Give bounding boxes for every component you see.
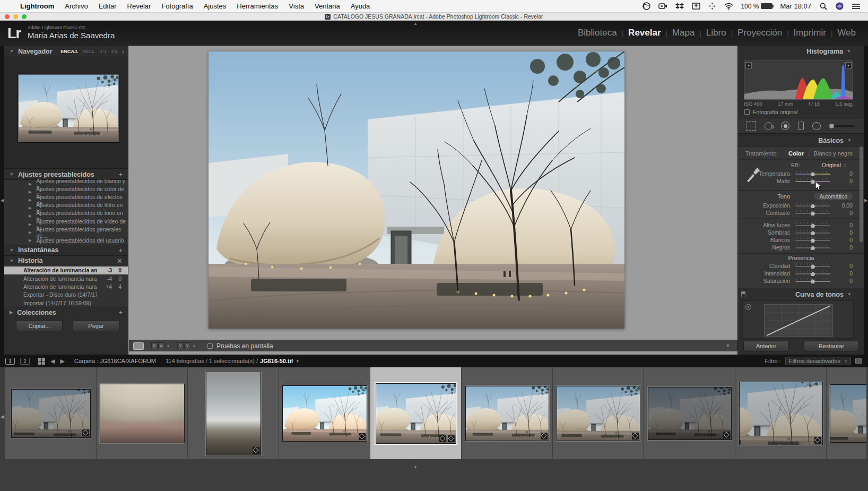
zoom-window-button[interactable]	[22, 14, 27, 19]
preset-item[interactable]: Ajustes preestablecidos del usuario	[4, 236, 128, 244]
history-item[interactable]: Importar (14/7/17 16:59:09)	[4, 299, 128, 307]
main-photo[interactable]	[209, 51, 624, 329]
disclosure-triangle-icon[interactable]	[29, 238, 31, 243]
menu-lightroom[interactable]: Lightroom	[15, 0, 59, 13]
zoom-fill-button[interactable]: RELL.	[83, 49, 96, 54]
disclosure-triangle-icon[interactable]	[29, 222, 31, 227]
history-item[interactable]: Exportar - Disco duro (14/7/17 17:05:15)	[4, 291, 128, 299]
thumbnail-selected[interactable]	[376, 383, 456, 444]
menu-vista[interactable]: Vista	[283, 0, 309, 13]
slider-track[interactable]	[795, 245, 830, 250]
blacks-slider[interactable]: Negros 0	[738, 244, 864, 251]
module-mapa[interactable]: Mapa	[667, 28, 700, 38]
before-after-left-button[interactable]: R	[151, 342, 158, 349]
slider-thumb[interactable]	[811, 272, 815, 276]
creative-cloud-icon[interactable]	[642, 2, 651, 10]
collapse-filmstrip-arrow[interactable]	[413, 465, 418, 470]
module-biblioteca[interactable]: Biblioteca	[573, 28, 622, 38]
tone-curve[interactable]	[764, 304, 833, 337]
disclosure-triangle-icon[interactable]	[847, 49, 851, 54]
contrast-slider[interactable]: Contraste 0	[738, 209, 864, 217]
wb-preset-dropdown[interactable]: Original ▲▼	[822, 162, 846, 168]
slider-track[interactable]	[795, 278, 830, 283]
go-forward-arrow[interactable]	[60, 358, 64, 365]
slider-thumb[interactable]	[811, 279, 815, 283]
clear-history-button[interactable]: ✕	[117, 257, 123, 265]
disclosure-triangle-icon[interactable]	[10, 172, 14, 177]
zoom-ratio-button[interactable]: 3:1	[111, 49, 118, 54]
module-web[interactable]: Web	[832, 28, 861, 38]
slider-track[interactable]	[795, 271, 830, 276]
history-item[interactable]: Alteración de luminancia naranja -4 0	[4, 274, 128, 282]
slider-track[interactable]	[795, 222, 830, 228]
menu-editar[interactable]: Editar	[93, 0, 122, 13]
menu-ventana[interactable]: Ventana	[309, 0, 345, 13]
navigator-header[interactable]: Navegador ENCAJ. RELL. 1:1 3:1 ▲▼	[4, 46, 128, 56]
snapshots-panel-header[interactable]: Instantáneas +	[4, 245, 128, 255]
dropbox-icon[interactable]	[675, 2, 684, 10]
menu-herramientas[interactable]: Herramientas	[231, 0, 283, 13]
upload-status-icon[interactable]	[691, 2, 700, 10]
notification-center-icon[interactable]	[852, 2, 861, 10]
adjustment-badge-icon[interactable]	[82, 429, 89, 436]
crop-tool-icon[interactable]	[747, 121, 756, 131]
before-after-right-button[interactable]: A	[158, 342, 164, 349]
paste-settings-button[interactable]: Pegar	[73, 321, 119, 331]
slider-track[interactable]	[795, 230, 830, 235]
filmstrip-cell[interactable]	[462, 367, 552, 459]
soft-proof-checkbox[interactable]	[207, 343, 213, 349]
slider-track[interactable]	[795, 237, 830, 243]
thumbnail[interactable]	[557, 386, 640, 441]
radial-filter-tool-icon[interactable]	[812, 122, 821, 130]
disclosure-triangle-icon[interactable]	[29, 182, 31, 186]
original-photo-checkbox[interactable]	[744, 109, 750, 115]
red-eye-tool-icon[interactable]	[781, 122, 789, 130]
filmstrip-cell[interactable]	[735, 367, 826, 459]
filmstrip-source-dropdown-icon[interactable]	[296, 359, 299, 363]
filter-switch-icon[interactable]	[855, 358, 862, 364]
thumbnail[interactable]	[739, 382, 823, 445]
collapse-top-panel-arrow[interactable]	[413, 21, 418, 26]
thumbnail[interactable]	[648, 387, 732, 440]
disclosure-triangle-icon[interactable]	[10, 49, 14, 54]
slider-thumb[interactable]	[811, 204, 815, 208]
crop-badge-icon[interactable]	[439, 435, 446, 442]
toolbar-options-arrow[interactable]	[726, 343, 730, 348]
slider-track[interactable]	[795, 203, 830, 208]
adjustment-brush-tool-icon[interactable]	[829, 124, 855, 128]
disclosure-triangle-icon[interactable]	[29, 214, 31, 218]
adjustment-badge-icon[interactable]	[632, 433, 639, 440]
thumbnail[interactable]	[206, 372, 261, 455]
tone-curve-panel-header[interactable]: Curva de tonos	[738, 289, 864, 299]
module-proyeccion[interactable]: Proyección	[733, 28, 787, 38]
folder-breadcrumb[interactable]: Carpeta : JG616CAIXAFORUM	[74, 358, 156, 364]
whites-slider[interactable]: Blancos 0	[738, 236, 864, 244]
menu-revelar[interactable]: Revelar	[122, 0, 157, 13]
history-panel-header[interactable]: Historia ✕	[4, 255, 128, 266]
slider-thumb[interactable]	[811, 238, 815, 243]
highlight-clipping-indicator[interactable]: ▲	[845, 62, 852, 68]
disclosure-triangle-icon[interactable]	[10, 259, 14, 263]
slider-track[interactable]	[795, 210, 830, 216]
graduated-filter-tool-icon[interactable]	[798, 122, 804, 130]
add-snapshot-button[interactable]: +	[118, 246, 123, 254]
go-back-arrow[interactable]	[50, 358, 55, 365]
panel-switch-icon[interactable]	[741, 291, 745, 297]
secondary-monitor-button[interactable]: 2	[20, 358, 30, 365]
module-revelar[interactable]: Revelar	[623, 28, 665, 38]
module-imprimir[interactable]: Imprimir	[789, 28, 831, 38]
filmstrip-cell[interactable]	[97, 367, 187, 459]
filmstrip-cell[interactable]	[644, 367, 735, 459]
slider-thumb[interactable]	[811, 211, 815, 216]
zoom-fit-button[interactable]: ENCAJ.	[61, 49, 79, 54]
history-item[interactable]: Alteración de luminancia amarilla -3 0	[4, 266, 128, 274]
minimize-window-button[interactable]	[13, 14, 18, 19]
right-panel-edge[interactable]	[864, 46, 868, 355]
disclosure-triangle-icon[interactable]	[847, 292, 852, 297]
filmstrip-cell[interactable]	[5, 367, 96, 459]
filmstrip-cell-selected[interactable]	[370, 367, 461, 459]
module-libro[interactable]: Libro	[701, 28, 731, 38]
adjustment-badge-icon[interactable]	[723, 432, 730, 438]
collapse-right-panel-arrow[interactable]	[864, 198, 867, 203]
menu-ayuda[interactable]: Ayuda	[345, 0, 376, 13]
